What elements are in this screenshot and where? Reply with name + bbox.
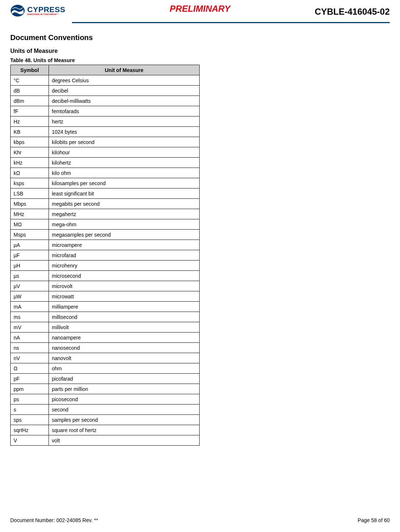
table-row: kbpskilobits per second	[11, 137, 200, 147]
cell-symbol: ppm	[11, 384, 49, 394]
logo: CYPRESS EMBEDDED IN TOMORROW™	[10, 4, 65, 17]
cell-symbol: Mbps	[11, 199, 49, 209]
cell-symbol: µV	[11, 281, 49, 291]
cell-symbol: mA	[11, 302, 49, 312]
table-row: dBmdecibel-milliwatts	[11, 96, 200, 106]
table-row: µFmicrofarad	[11, 250, 200, 260]
cell-unit: nanoampere	[49, 332, 200, 343]
cell-unit: hertz	[49, 116, 200, 127]
cell-unit: microhenry	[49, 260, 200, 271]
table-row: ssecond	[11, 405, 200, 415]
page-number: Page 58 of 60	[358, 517, 390, 523]
table-row: MΩmega-ohm	[11, 219, 200, 230]
cell-symbol: sps	[11, 415, 49, 425]
cell-symbol: sqrtHz	[11, 425, 49, 435]
logo-text: CYPRESS EMBEDDED IN TOMORROW™	[27, 6, 65, 16]
cell-unit: decibel	[49, 86, 200, 96]
table-row: nVnanovolt	[11, 353, 200, 363]
page-footer: Document Number: 002-24085 Rev. ** Page …	[10, 517, 390, 523]
cell-symbol: MHz	[11, 209, 49, 219]
table-row: KB1024 bytes	[11, 127, 200, 137]
table-row: ppmparts per million	[11, 384, 200, 394]
preliminary-label: PRELIMINARY	[170, 4, 231, 14]
logo-tagline: EMBEDDED IN TOMORROW™	[27, 14, 65, 16]
cell-unit: least significant bit	[49, 188, 200, 199]
cell-symbol: pF	[11, 374, 49, 384]
cell-symbol: ps	[11, 394, 49, 405]
table-row: kspskilosamples per second	[11, 178, 200, 188]
cell-unit: nanosecond	[49, 343, 200, 353]
table-row: sqrtHzsquare root of hertz	[11, 425, 200, 435]
cell-unit: kilohour	[49, 147, 200, 158]
table-row: °Cdegrees Celsius	[11, 75, 200, 86]
cell-symbol: dB	[11, 86, 49, 96]
cell-unit: femtofarads	[49, 106, 200, 116]
cell-unit: megahertz	[49, 209, 200, 219]
table-row: µVmicrovolt	[11, 281, 200, 291]
cell-symbol: ms	[11, 312, 49, 322]
cell-symbol: kbps	[11, 137, 49, 147]
cell-unit: kilobits per second	[49, 137, 200, 147]
cell-unit: kilo ohm	[49, 168, 200, 178]
table-caption: Table 48. Units of Measure	[10, 57, 390, 63]
cell-symbol: nA	[11, 332, 49, 343]
cell-unit: microwatt	[49, 291, 200, 302]
cell-symbol: µW	[11, 291, 49, 302]
units-table: Symbol Unit of Measure °Cdegrees Celsius…	[10, 65, 200, 446]
cell-symbol: nV	[11, 353, 49, 363]
cell-symbol: kΩ	[11, 168, 49, 178]
part-number: CYBLE-416045-02	[315, 7, 390, 17]
cell-unit: parts per million	[49, 384, 200, 394]
table-row: µHmicrohenry	[11, 260, 200, 271]
table-row: kΩkilo ohm	[11, 168, 200, 178]
cell-unit: millisecond	[49, 312, 200, 322]
cell-unit: ohm	[49, 363, 200, 374]
table-row: nAnanoampere	[11, 332, 200, 343]
col-header-symbol: Symbol	[11, 65, 49, 75]
cell-symbol: Hz	[11, 116, 49, 127]
table-row: Hzhertz	[11, 116, 200, 127]
table-row: dBdecibel	[11, 86, 200, 96]
table-row: Mbpsmegabits per second	[11, 199, 200, 209]
table-row: µWmicrowatt	[11, 291, 200, 302]
cell-symbol: LSB	[11, 188, 49, 199]
cell-symbol: °C	[11, 75, 49, 86]
table-row: mVmillivolt	[11, 322, 200, 332]
cell-unit: microampere	[49, 240, 200, 250]
cell-unit: degrees Celsius	[49, 75, 200, 86]
cell-unit: decibel-milliwatts	[49, 96, 200, 106]
table-row: kHzkilohertz	[11, 158, 200, 168]
section-title: Document Conventions	[10, 33, 390, 42]
cell-unit: picosecond	[49, 394, 200, 405]
doc-number: Document Number: 002-24085 Rev. **	[10, 517, 98, 523]
cell-unit: megabits per second	[49, 199, 200, 209]
cell-symbol: V	[11, 435, 49, 446]
table-row: µAmicroampere	[11, 240, 200, 250]
cell-symbol: µs	[11, 271, 49, 281]
cell-unit: kilohertz	[49, 158, 200, 168]
page-header: CYPRESS EMBEDDED IN TOMORROW™ PRELIMINAR…	[10, 4, 390, 21]
cell-unit: picofarad	[49, 374, 200, 384]
cell-unit: milliampere	[49, 302, 200, 312]
cell-unit: megasamples per second	[49, 230, 200, 240]
cell-symbol: Ω	[11, 363, 49, 374]
logo-icon	[10, 4, 25, 17]
col-header-unit: Unit of Measure	[49, 65, 200, 75]
header-rule	[72, 22, 390, 23]
cell-symbol: ksps	[11, 178, 49, 188]
cell-symbol: ns	[11, 343, 49, 353]
table-row: Vvolt	[11, 435, 200, 446]
cell-unit: nanovolt	[49, 353, 200, 363]
cell-symbol: dBm	[11, 96, 49, 106]
cell-unit: microvolt	[49, 281, 200, 291]
table-row: spssamples per second	[11, 415, 200, 425]
cell-unit: 1024 bytes	[49, 127, 200, 137]
table-row: msmillisecond	[11, 312, 200, 322]
cell-unit: microsecond	[49, 271, 200, 281]
cell-unit: second	[49, 405, 200, 415]
cell-unit: square root of hertz	[49, 425, 200, 435]
table-row: µsmicrosecond	[11, 271, 200, 281]
cell-symbol: kHz	[11, 158, 49, 168]
cell-symbol: µF	[11, 250, 49, 260]
table-row: Ωohm	[11, 363, 200, 374]
